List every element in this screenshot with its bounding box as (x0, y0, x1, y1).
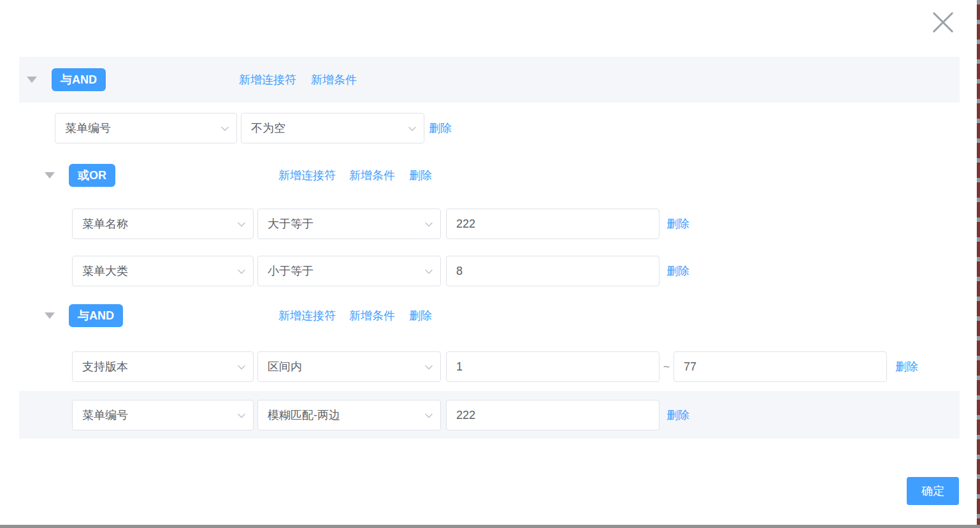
delete-condition-link[interactable]: 删除 (667, 209, 689, 239)
chevron-down-icon (424, 362, 434, 372)
add-connector-link[interactable]: 新增连接符 (278, 160, 336, 191)
condition-row: 菜单名称 大于等于 删除 (0, 209, 980, 239)
condition-row: 菜单编号 模糊匹配-两边 删除 (0, 400, 980, 430)
delete-condition-link[interactable]: 删除 (895, 351, 918, 382)
condition-row: 菜单编号 不为空 删除 (0, 113, 980, 143)
window-edge-right (977, 0, 980, 528)
collapse-arrow-icon[interactable] (45, 312, 55, 319)
delete-condition-link[interactable]: 删除 (667, 400, 689, 430)
chevron-down-icon (236, 219, 247, 230)
chevron-down-icon (220, 124, 230, 134)
chevron-down-icon (424, 219, 434, 230)
range-separator: ~ (661, 351, 672, 382)
add-connector-link[interactable]: 新增连接符 (278, 300, 336, 331)
filter-builder-dialog: 与AND 新增连接符 新增条件 菜单编号 不为空 删除 或OR 新增连接符 新增… (0, 0, 980, 528)
value-input[interactable] (446, 256, 659, 286)
add-condition-link[interactable]: 新增条件 (349, 160, 395, 191)
operator-select[interactable]: 大于等于 (257, 209, 441, 239)
field-select-value: 菜单名称 (82, 216, 128, 231)
group-header-root: 与AND 新增连接符 新增条件 (19, 57, 960, 103)
chevron-down-icon (424, 267, 434, 277)
chevron-down-icon (424, 411, 434, 421)
field-select[interactable]: 菜单名称 (72, 209, 254, 239)
operator-select[interactable]: 不为空 (241, 113, 424, 143)
range-from-input[interactable] (446, 351, 659, 382)
confirm-button[interactable]: 确定 (907, 477, 959, 505)
chevron-down-icon (236, 362, 247, 372)
window-edge-bottom (0, 525, 980, 528)
chevron-down-icon (236, 411, 247, 421)
operator-select[interactable]: 小于等于 (257, 256, 441, 286)
logic-badge-or[interactable]: 或OR (69, 164, 115, 187)
field-select[interactable]: 菜单大类 (72, 256, 254, 286)
delete-condition-link[interactable]: 删除 (429, 113, 452, 143)
range-to-input[interactable] (674, 351, 887, 382)
operator-select[interactable]: 区间内 (257, 351, 441, 382)
chevron-down-icon (236, 267, 247, 277)
field-select[interactable]: 菜单编号 (72, 400, 254, 430)
delete-group-link[interactable]: 删除 (409, 160, 432, 191)
field-select-value: 菜单大类 (82, 263, 128, 279)
field-select[interactable]: 支持版本 (72, 351, 254, 382)
collapse-arrow-icon[interactable] (45, 172, 55, 179)
logic-badge-nested-and[interactable]: 与AND (69, 304, 123, 327)
add-connector-link[interactable]: 新增连接符 (239, 57, 296, 103)
operator-select-value: 小于等于 (268, 263, 313, 279)
operator-select-value: 大于等于 (268, 216, 313, 231)
close-icon (931, 10, 955, 34)
operator-select-value: 模糊匹配-两边 (268, 407, 340, 423)
field-select[interactable]: 菜单编号 (55, 113, 237, 143)
value-input[interactable] (446, 400, 659, 430)
add-condition-link[interactable]: 新增条件 (311, 57, 357, 103)
logic-badge-root-and[interactable]: 与AND (52, 68, 106, 91)
condition-row: 菜单大类 小于等于 删除 (0, 256, 980, 286)
close-button[interactable] (927, 6, 959, 38)
operator-select-value: 区间内 (268, 359, 302, 374)
collapse-arrow-icon[interactable] (27, 77, 37, 83)
field-select-value: 支持版本 (82, 359, 128, 374)
operator-select-value: 不为空 (251, 121, 285, 136)
value-input[interactable] (446, 209, 659, 239)
delete-condition-link[interactable]: 删除 (667, 256, 689, 286)
chevron-down-icon (407, 124, 417, 134)
operator-select[interactable]: 模糊匹配-两边 (257, 400, 441, 430)
delete-group-link[interactable]: 删除 (409, 300, 432, 331)
group-header-and: 与AND 新增连接符 新增条件 删除 (0, 300, 980, 331)
field-select-value: 菜单编号 (82, 407, 128, 423)
field-select-value: 菜单编号 (65, 121, 111, 136)
group-header-or: 或OR 新增连接符 新增条件 删除 (0, 160, 980, 191)
condition-row: 支持版本 区间内 ~ 删除 (0, 351, 980, 382)
add-condition-link[interactable]: 新增条件 (349, 300, 395, 331)
